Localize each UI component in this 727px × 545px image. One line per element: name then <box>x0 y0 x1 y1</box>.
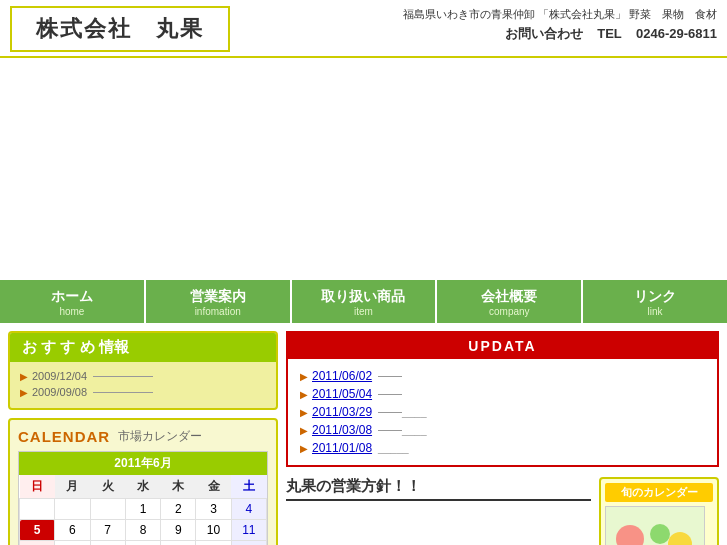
nav-company[interactable]: 会社概要company <box>437 280 583 323</box>
weekday-tue: 火 <box>90 475 125 499</box>
update-date[interactable]: 2011/06/02 <box>312 369 372 383</box>
update-item[interactable]: ▶ 2011/06/02 <box>300 367 705 385</box>
cal-cell: 7 <box>90 520 125 541</box>
eigyo-title: 丸果の営業方針！！ <box>286 477 591 501</box>
osusume-date: 2009/12/04 <box>32 370 87 382</box>
banner-area <box>0 58 727 278</box>
calendar-label: CALENDAR <box>18 428 110 445</box>
osusume-line <box>93 392 153 393</box>
cal-cell: 4 <box>231 499 266 520</box>
logo: 株式会社 丸果 <box>10 6 230 52</box>
nav-label-ja: ホーム <box>4 288 140 306</box>
osusume-date: 2009/09/08 <box>32 386 87 398</box>
osusume-title: お す す め 情報 <box>10 333 276 362</box>
cal-cell: 1 <box>125 499 160 520</box>
update-title: UPDATA <box>288 333 717 359</box>
weekday-sat: 土 <box>231 475 266 499</box>
cal-cell <box>20 499 55 520</box>
nav-label-ja: 取り扱い商品 <box>296 288 432 306</box>
nav-label-ja: 会社概要 <box>441 288 577 306</box>
update-item[interactable]: ▶ 2011/01/08 _____ <box>300 439 705 457</box>
update-date[interactable]: 2011/03/08 <box>312 423 372 437</box>
update-item[interactable]: ▶ 2011/05/04 <box>300 385 705 403</box>
cal-cell: 9 <box>161 520 196 541</box>
calendar-month: 2011年6月 <box>19 452 267 475</box>
table-row: 1 2 3 4 <box>20 499 267 520</box>
header: 株式会社 丸果 福島県いわき市の青果仲卸 「株式会社丸果」 野菜 果物 食材 お… <box>0 0 727 58</box>
update-line <box>378 376 402 377</box>
cal-cell: 2 <box>161 499 196 520</box>
bottom-right: 丸果の営業方針！！ 旬のカレンダー 旬の野菜・果物 <box>286 477 719 545</box>
update-box: UPDATA ▶ 2011/06/02 ▶ 2011/05/04 ▶ 2011/… <box>286 331 719 467</box>
osusume-item[interactable]: ▶ 2009/12/04 <box>10 368 276 384</box>
svg-point-2 <box>650 524 670 544</box>
header-contact: 福島県いわき市の青果仲卸 「株式会社丸果」 野菜 果物 食材 お問い合わせ TE… <box>403 6 717 44</box>
arrow-icon: ▶ <box>300 443 308 454</box>
cal-cell <box>90 499 125 520</box>
calendar-header: CALENDAR 市場カレンダー <box>18 428 268 445</box>
eigyo-box: 丸果の営業方針！！ <box>286 477 591 545</box>
right-content: UPDATA ▶ 2011/06/02 ▶ 2011/05/04 ▶ 2011/… <box>286 331 719 545</box>
seasonal-box: 旬のカレンダー 旬の野菜・果物 <box>599 477 719 545</box>
table-row: 5 6 7 8 9 10 11 <box>20 520 267 541</box>
nav-label-en: company <box>441 306 577 317</box>
arrow-icon: ▶ <box>300 371 308 382</box>
weekday-wed: 水 <box>125 475 160 499</box>
cal-cell: 10 <box>196 520 231 541</box>
cal-cell: 14 <box>90 541 125 546</box>
nav-label-en: link <box>587 306 723 317</box>
calendar-table: 日 月 火 水 木 金 土 <box>19 475 267 545</box>
cal-cell: 6 <box>55 520 90 541</box>
nav-link[interactable]: リンクlink <box>583 280 727 323</box>
nav-label-en: infomation <box>150 306 286 317</box>
nav-label-ja: 営業案内 <box>150 288 286 306</box>
update-list: ▶ 2011/06/02 ▶ 2011/05/04 ▶ 2011/03/29 _… <box>288 359 717 465</box>
table-row: 12 13 14 15 16 17 18 <box>20 541 267 546</box>
arrow-icon: ▶ <box>300 389 308 400</box>
update-date[interactable]: 2011/01/08 <box>312 441 372 455</box>
main-nav: ホームhome営業案内infomation取り扱い商品item会社概要compa… <box>0 280 727 323</box>
seasonal-title: 旬のカレンダー <box>605 483 713 502</box>
sidebar: お す す め 情報 ▶ 2009/12/04 ▶ 2009/09/08 CAL… <box>8 331 278 545</box>
cal-cell: 3 <box>196 499 231 520</box>
main-content: お す す め 情報 ▶ 2009/12/04 ▶ 2009/09/08 CAL… <box>0 323 727 545</box>
tel-info: お問い合わせ TEL 0246-29-6811 <box>403 24 717 45</box>
seasonal-image: 旬の野菜・果物 <box>605 506 705 545</box>
cal-cell: 16 <box>161 541 196 546</box>
tel-number: 0246-29-6811 <box>636 26 717 41</box>
company-info: 福島県いわき市の青果仲卸 「株式会社丸果」 野菜 果物 食材 <box>403 6 717 24</box>
calendar-table-wrap: 2011年6月 日 月 火 水 木 金 土 <box>18 451 268 545</box>
update-line <box>378 412 402 413</box>
update-date[interactable]: 2011/03/29 <box>312 405 372 419</box>
nav-label-en: home <box>4 306 140 317</box>
cal-cell: 13 <box>55 541 90 546</box>
calendar-subtitle: 市場カレンダー <box>118 428 202 445</box>
update-line <box>378 430 402 431</box>
cal-cell <box>55 499 90 520</box>
cal-cell: 12 <box>20 541 55 546</box>
weekday-thu: 木 <box>161 475 196 499</box>
osusume-line <box>93 376 153 377</box>
update-item[interactable]: ▶ 2011/03/08 ____ <box>300 421 705 439</box>
cal-cell: 17 <box>196 541 231 546</box>
arrow-icon: ▶ <box>300 407 308 418</box>
update-item[interactable]: ▶ 2011/03/29 ____ <box>300 403 705 421</box>
arrow-icon: ▶ <box>300 425 308 436</box>
arrow-icon: ▶ <box>20 387 28 398</box>
cal-cell: 18 <box>231 541 266 546</box>
nav-home[interactable]: ホームhome <box>0 280 146 323</box>
update-date[interactable]: 2011/05/04 <box>312 387 372 401</box>
contact-label: お問い合わせ <box>505 26 583 41</box>
nav-label-ja: リンク <box>587 288 723 306</box>
cal-cell-today: 5 <box>20 520 55 541</box>
weekday-sun: 日 <box>20 475 55 499</box>
cal-cell: 15 <box>125 541 160 546</box>
nav-label-en: item <box>296 306 432 317</box>
cal-cell: 8 <box>125 520 160 541</box>
osusume-box: お す す め 情報 ▶ 2009/12/04 ▶ 2009/09/08 <box>8 331 278 410</box>
osusume-item[interactable]: ▶ 2009/09/08 <box>10 384 276 400</box>
nav-item[interactable]: 取り扱い商品item <box>292 280 438 323</box>
update-line <box>378 394 402 395</box>
nav-info[interactable]: 営業案内infomation <box>146 280 292 323</box>
weekday-mon: 月 <box>55 475 90 499</box>
